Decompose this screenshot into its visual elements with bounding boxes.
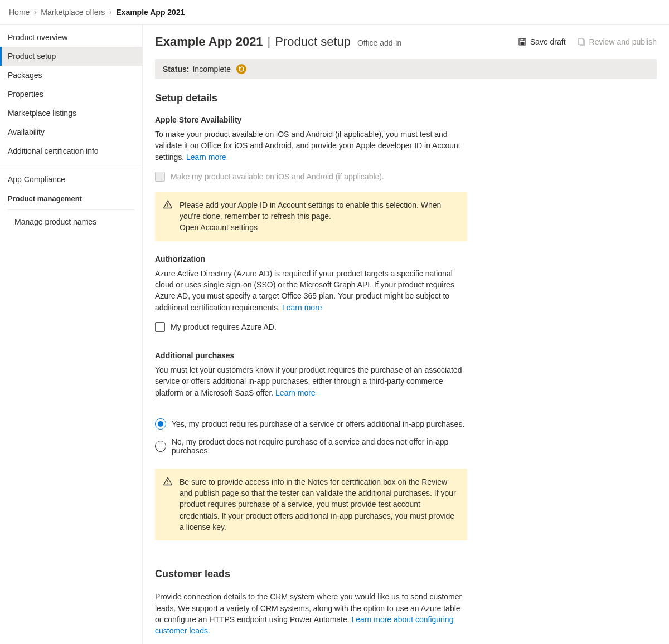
purchases-notice: Be sure to provide access info in the No… bbox=[155, 469, 467, 540]
leads-heading: Customer leads bbox=[155, 568, 467, 580]
chevron-right-icon: › bbox=[34, 8, 36, 16]
auth-heading: Authorization bbox=[155, 255, 467, 264]
sidebar: Product overview Product setup Packages … bbox=[0, 25, 143, 644]
apple-notice: Please add your Apple ID in Account sett… bbox=[155, 192, 467, 241]
purchases-learn-more-link[interactable]: Learn more bbox=[275, 388, 316, 397]
purchases-heading: Additional purchases bbox=[155, 351, 467, 360]
review-publish-button[interactable]: Review and publish bbox=[577, 37, 657, 46]
warning-icon bbox=[163, 199, 173, 209]
svg-rect-6 bbox=[167, 480, 168, 482]
title-separator: | bbox=[268, 35, 271, 49]
apple-learn-more-link[interactable]: Learn more bbox=[186, 153, 226, 162]
status-bar: Status: Incomplete bbox=[155, 59, 657, 79]
svg-rect-7 bbox=[167, 483, 168, 484]
auth-body: Azure Active Directory (Azure AD) is req… bbox=[155, 268, 467, 313]
apple-checkbox bbox=[155, 172, 165, 182]
azure-ad-checkbox[interactable] bbox=[155, 322, 165, 332]
page-title: Example App 2021 bbox=[155, 35, 263, 49]
purchases-radio-yes[interactable] bbox=[155, 418, 166, 430]
save-draft-button[interactable]: Save draft bbox=[518, 37, 566, 46]
review-publish-label: Review and publish bbox=[589, 37, 657, 46]
svg-rect-4 bbox=[167, 203, 168, 206]
warning-icon bbox=[163, 476, 173, 486]
page-subtitle: Product setup bbox=[275, 35, 351, 49]
auth-learn-more-link[interactable]: Learn more bbox=[282, 303, 322, 312]
open-account-settings-link[interactable]: Open Account settings bbox=[180, 223, 258, 232]
status-label: Status: bbox=[163, 65, 189, 74]
page-tag: Office add-in bbox=[357, 38, 401, 47]
save-icon bbox=[518, 37, 527, 46]
setup-details-heading: Setup details bbox=[155, 92, 467, 104]
purchases-radio-yes-label: Yes, my product requires purchase of a s… bbox=[172, 419, 464, 428]
apple-checkbox-label: Make my product available on iOS and And… bbox=[171, 172, 384, 181]
sidebar-item-certification[interactable]: Additional certification info bbox=[0, 142, 142, 160]
sidebar-item-packages[interactable]: Packages bbox=[0, 66, 142, 85]
svg-rect-5 bbox=[167, 206, 168, 207]
publish-icon bbox=[577, 37, 586, 46]
main-content: Example App 2021 | Product setup Office … bbox=[143, 25, 669, 644]
svg-rect-1 bbox=[521, 38, 524, 41]
breadcrumb: Home › Marketplace offers › Example App … bbox=[0, 0, 669, 25]
breadcrumb-current: Example App 2021 bbox=[116, 8, 185, 17]
purchases-notice-text: Be sure to provide access info in the No… bbox=[180, 477, 456, 531]
purchases-radio-no-label: No, my product does not require purchase… bbox=[172, 437, 467, 455]
sidebar-item-availability[interactable]: Availability bbox=[0, 123, 142, 142]
apple-heading: Apple Store Availability bbox=[155, 115, 467, 124]
apple-body: To make your product available on iOS an… bbox=[155, 129, 467, 163]
apple-notice-text: Please add your Apple ID in Account sett… bbox=[180, 201, 441, 221]
chevron-right-icon: › bbox=[109, 8, 112, 16]
status-incomplete-icon bbox=[236, 64, 246, 74]
sidebar-item-product-setup[interactable]: Product setup bbox=[0, 47, 142, 66]
breadcrumb-home[interactable]: Home bbox=[9, 8, 30, 17]
svg-rect-3 bbox=[579, 38, 583, 45]
breadcrumb-offers[interactable]: Marketplace offers bbox=[41, 8, 105, 17]
sidebar-item-marketplace-listings[interactable]: Marketplace listings bbox=[0, 104, 142, 123]
leads-body: Provide connection details to the CRM sy… bbox=[155, 591, 467, 636]
svg-rect-2 bbox=[520, 42, 524, 45]
sidebar-item-properties[interactable]: Properties bbox=[0, 85, 142, 104]
save-draft-label: Save draft bbox=[530, 37, 566, 46]
sidebar-heading-pm: Product management bbox=[0, 189, 142, 207]
azure-ad-checkbox-label: My product requires Azure AD. bbox=[171, 323, 277, 331]
sidebar-item-overview[interactable]: Product overview bbox=[0, 28, 142, 47]
purchases-radio-no[interactable] bbox=[155, 441, 166, 452]
sidebar-item-app-compliance[interactable]: App Compliance bbox=[0, 170, 142, 189]
status-value: Incomplete bbox=[192, 65, 230, 74]
sidebar-item-manage-names[interactable]: Manage product names bbox=[0, 212, 142, 231]
purchases-body: You must let your customers know if your… bbox=[155, 364, 467, 398]
